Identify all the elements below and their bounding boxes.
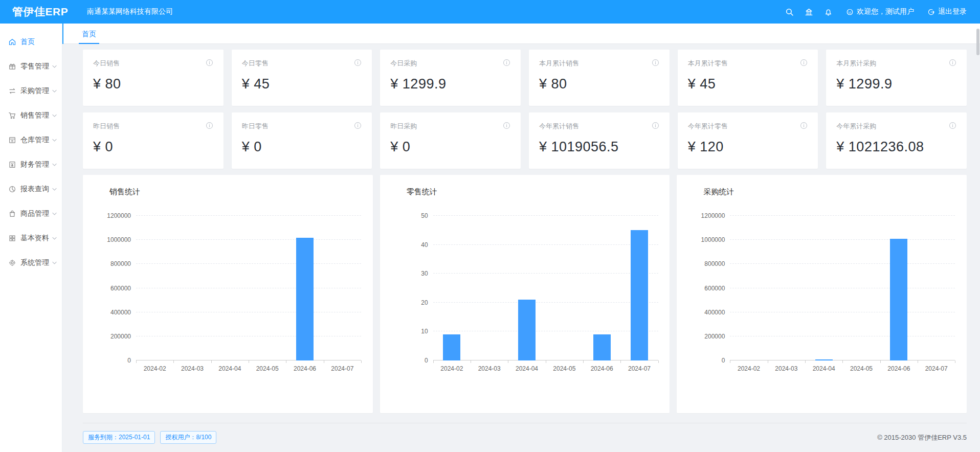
x-axis-tick-label: 2024-04 (211, 365, 249, 372)
search-icon[interactable] (779, 0, 799, 24)
gridline (136, 336, 361, 336)
purchase-chart-plot: 0200000400000600000800000100000012000002… (730, 216, 955, 360)
sidebar-item-purchase[interactable]: 采购管理 (0, 79, 62, 103)
sidebar-item-finance[interactable]: 财务管理 (0, 152, 62, 177)
x-axis-tick-label: 2024-07 (620, 365, 658, 372)
gridline (136, 263, 361, 264)
sidebar-item-goods[interactable]: 商品管理 (0, 201, 62, 226)
grid-icon (8, 234, 16, 242)
info-icon[interactable] (800, 122, 808, 129)
chevron-down-icon (52, 114, 57, 118)
info-icon[interactable] (354, 122, 362, 129)
purchase-chart-card: 采购统计 02000004000006000008000001000000120… (677, 175, 967, 413)
gridline (136, 239, 361, 240)
sidebar-item-label: 零售管理 (20, 62, 49, 71)
sidebar-item-basedata[interactable]: 基本资料 (0, 226, 62, 251)
gridline (433, 302, 658, 303)
sidebar: 首页 零售管理 采购管理 销售管理 仓库管理 财务管理 报表查询 商品管理 基本… (0, 24, 62, 452)
gridline (136, 312, 361, 312)
stat-card: 今年累计零售 ¥ 120 (678, 112, 818, 169)
y-axis-tick-label: 400000 (679, 309, 725, 316)
info-icon[interactable] (652, 59, 659, 66)
bell-icon[interactable] (818, 0, 838, 24)
licensed-users-badge: 授权用户：8/100 (160, 431, 216, 444)
gridline (730, 336, 955, 336)
stat-value: ¥ 0 (390, 139, 510, 155)
gridline (136, 288, 361, 288)
x-axis-tick (805, 360, 806, 363)
archive-icon (8, 136, 16, 144)
y-axis-tick-label: 400000 (85, 309, 131, 316)
y-axis-tick-label: 1200000 (679, 212, 725, 219)
info-icon[interactable] (206, 59, 213, 66)
x-axis-tick (768, 360, 768, 363)
chevron-down-icon (52, 89, 57, 93)
info-icon[interactable] (354, 59, 362, 66)
info-icon[interactable] (949, 59, 956, 66)
logout-button[interactable]: 退出登录 (922, 7, 980, 16)
y-axis-tick-label: 20 (382, 299, 428, 306)
gridline (433, 273, 658, 274)
chart-title: 零售统计 (407, 187, 437, 197)
stat-value: ¥ 0 (93, 139, 213, 155)
building-icon[interactable] (799, 0, 818, 24)
stat-value: ¥ 1299.9 (836, 76, 956, 92)
x-axis-tick (249, 360, 249, 363)
scrollbar-thumb[interactable] (976, 29, 979, 55)
y-axis-tick-label: 50 (382, 212, 428, 219)
info-icon[interactable] (503, 59, 510, 66)
x-axis-tick (583, 360, 584, 363)
info-icon[interactable] (949, 122, 956, 129)
tab-bar: 首页 (62, 24, 980, 44)
bar (631, 230, 648, 360)
app-header: 管伊佳ERP 南通某某网络科技有限公司 欢迎您，测试用户 退出登录 (0, 0, 980, 24)
x-axis-tick-label: 2024-04 (508, 365, 545, 372)
tab-home[interactable]: 首页 (75, 24, 103, 44)
logout-label: 退出登录 (938, 7, 967, 16)
info-icon[interactable] (652, 122, 659, 129)
x-axis-tick (508, 360, 508, 363)
x-axis-tick-label: 2024-07 (918, 365, 955, 372)
home-icon (8, 38, 16, 46)
company-name: 南通某某网络科技有限公司 (78, 7, 173, 16)
retail-chart-plot: 010203040502024-022024-032024-042024-052… (433, 216, 658, 360)
sidebar-item-retail[interactable]: 零售管理 (0, 54, 62, 79)
x-axis-tick (324, 360, 324, 363)
retail-chart-card: 零售统计 010203040502024-022024-032024-04202… (380, 175, 670, 413)
chevron-down-icon (52, 261, 57, 265)
user-greeting[interactable]: 欢迎您，测试用户 (838, 7, 922, 16)
tab-bar-accent (62, 24, 63, 44)
stat-card: 本月累计零售 ¥ 45 (678, 50, 818, 106)
sidebar-item-label: 商品管理 (20, 209, 49, 218)
stat-card: 今日零售 ¥ 45 (232, 50, 372, 106)
stat-label: 今日采购 (390, 59, 417, 68)
sidebar-item-label: 报表查询 (20, 185, 49, 194)
stat-value: ¥ 80 (93, 76, 213, 92)
y-axis-tick-label: 30 (382, 270, 428, 277)
sidebar-item-label: 财务管理 (20, 160, 49, 169)
info-icon[interactable] (800, 59, 808, 66)
stat-card: 昨日零售 ¥ 0 (232, 112, 372, 169)
scrollbar-track[interactable] (976, 24, 980, 452)
gridline (730, 215, 955, 216)
sidebar-item-system[interactable]: 系统管理 (0, 251, 62, 275)
x-axis-tick-label: 2024-06 (583, 365, 620, 372)
sidebar-item-sales[interactable]: 销售管理 (0, 103, 62, 128)
stat-card: 今日销售 ¥ 80 (83, 50, 224, 106)
stat-label: 今年累计销售 (539, 122, 579, 131)
sidebar-item-home[interactable]: 首页 (0, 30, 62, 54)
y-axis-tick-label: 10 (382, 328, 428, 335)
y-axis-tick-label: 600000 (85, 285, 131, 292)
swap-icon (8, 87, 16, 95)
x-axis-tick-label: 2024-02 (433, 365, 471, 372)
stat-label: 今日零售 (242, 59, 269, 68)
x-axis-tick-label: 2024-03 (471, 365, 508, 372)
x-axis-tick-label: 2024-04 (805, 365, 842, 372)
sidebar-item-reports[interactable]: 报表查询 (0, 177, 62, 201)
gridline (433, 215, 658, 216)
info-icon[interactable] (503, 122, 510, 129)
info-icon[interactable] (206, 122, 213, 129)
stat-card: 今年累计采购 ¥ 1021236.08 (826, 112, 967, 169)
stat-card: 昨日采购 ¥ 0 (380, 112, 521, 169)
sidebar-item-warehouse[interactable]: 仓库管理 (0, 128, 62, 152)
